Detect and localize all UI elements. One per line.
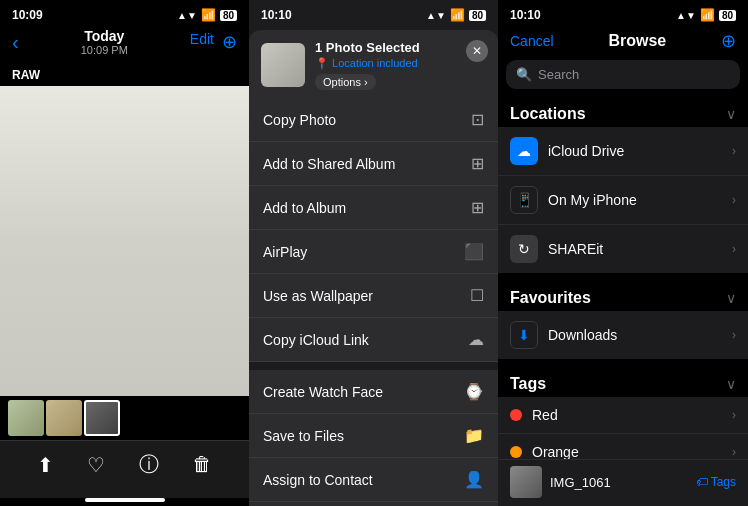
raw-label: RAW bbox=[0, 64, 249, 86]
airplay-icon: ⬛ bbox=[464, 242, 484, 261]
shareit-item-chevron: › bbox=[732, 242, 736, 256]
time-1: 10:09 bbox=[12, 8, 43, 22]
status-icons-1: ▲▼ 📶 80 bbox=[177, 8, 237, 22]
photos-panel: 10:09 ▲▼ 📶 80 ‹ Today 10:09 PM Edit ⊕ RA… bbox=[0, 0, 249, 506]
copy-photo-label: Copy Photo bbox=[263, 112, 336, 128]
status-icons-2: ▲▼ 📶 80 bbox=[426, 8, 486, 22]
battery-icon-3: 80 bbox=[719, 10, 736, 21]
share-item-copy-photo[interactable]: Copy Photo ⊡ bbox=[249, 98, 498, 142]
options-button[interactable]: Options › bbox=[315, 74, 376, 90]
heart-icon[interactable]: ♡ bbox=[87, 453, 105, 477]
statusbar-1: 10:09 ▲▼ 📶 80 bbox=[0, 0, 249, 26]
assign-contact-label: Assign to Contact bbox=[263, 472, 373, 488]
share-item-add-album[interactable]: Add to Album ⊞ bbox=[249, 186, 498, 230]
add-album-label: Add to Album bbox=[263, 200, 346, 216]
wallpaper-icon: ☐ bbox=[470, 286, 484, 305]
assign-contact-icon: 👤 bbox=[464, 470, 484, 489]
tag-orange-item[interactable]: Orange › bbox=[498, 434, 748, 459]
footer-thumbnail bbox=[510, 466, 542, 498]
separator bbox=[249, 362, 498, 370]
tag-red-chevron: › bbox=[732, 408, 736, 422]
signal-icon-1: ▲▼ bbox=[177, 10, 197, 21]
favourites-chevron[interactable]: ∨ bbox=[726, 290, 736, 306]
shared-album-label: Add to Shared Album bbox=[263, 156, 395, 172]
share-item-wallpaper[interactable]: Use as Wallpaper ☐ bbox=[249, 274, 498, 318]
share-header: 1 Photo Selected 📍 Location included Opt… bbox=[249, 30, 498, 98]
save-files-label: Save to Files bbox=[263, 428, 344, 444]
footer-tags-button[interactable]: 🏷 Tags bbox=[696, 475, 736, 489]
thumbnail-1[interactable] bbox=[8, 400, 44, 436]
edit-button[interactable]: Edit bbox=[190, 31, 214, 53]
share-title: 1 Photo Selected bbox=[315, 40, 486, 55]
search-bar[interactable]: 🔍 Search bbox=[506, 60, 740, 89]
status-icons-3: ▲▼ 📶 80 bbox=[676, 8, 736, 22]
icloud-drive-label: iCloud Drive bbox=[548, 143, 732, 159]
share-icon[interactable]: ⬆ bbox=[37, 453, 54, 477]
downloads-label: Downloads bbox=[548, 327, 732, 343]
tags-title: Tags bbox=[510, 375, 546, 393]
header-actions: Edit ⊕ bbox=[190, 31, 237, 53]
wifi-icon-3: 📶 bbox=[700, 8, 715, 22]
trash-icon[interactable]: 🗑 bbox=[192, 453, 212, 476]
share-item-watch-face[interactable]: Create Watch Face ⌚ bbox=[249, 370, 498, 414]
icloud-link-icon: ☁ bbox=[468, 330, 484, 349]
share-item-assign-contact[interactable]: Assign to Contact 👤 bbox=[249, 458, 498, 502]
share-item-icloud-link[interactable]: Copy iCloud Link ☁ bbox=[249, 318, 498, 362]
files-footer: IMG_1061 🏷 Tags bbox=[498, 459, 748, 506]
downloads-icon: ⬇ bbox=[510, 321, 538, 349]
share-item-airplay[interactable]: AirPlay ⬛ bbox=[249, 230, 498, 274]
tag-orange-dot bbox=[510, 446, 522, 458]
time-2: 10:10 bbox=[261, 8, 292, 22]
locations-header: Locations ∨ bbox=[498, 97, 748, 127]
locations-title: Locations bbox=[510, 105, 586, 123]
files-header: Cancel Browse ⊕ bbox=[498, 26, 748, 60]
share-item-print[interactable]: Print 🖨 bbox=[249, 502, 498, 506]
files-content: Locations ∨ ☁ iCloud Drive › 📱 On My iPh… bbox=[498, 97, 748, 459]
share-thumbnail bbox=[261, 43, 305, 87]
divider-2 bbox=[498, 359, 748, 367]
favourites-list: ⬇ Downloads › bbox=[498, 311, 748, 359]
share-sheet-panel: 10:10 ▲▼ 📶 80 1 Photo Selected 📍 Locatio… bbox=[249, 0, 498, 506]
on-my-iphone-icon: 📱 bbox=[510, 186, 538, 214]
search-placeholder: Search bbox=[538, 67, 579, 82]
circle-button[interactable]: ⊕ bbox=[721, 30, 736, 52]
favourites-title: Favourites bbox=[510, 289, 591, 307]
share-menu: Copy Photo ⊡ Add to Shared Album ⊞ Add t… bbox=[249, 98, 498, 506]
shareit-item[interactable]: ↻ SHAREit › bbox=[498, 225, 748, 273]
shared-album-icon: ⊞ bbox=[471, 154, 484, 173]
back-button[interactable]: ‹ bbox=[12, 31, 19, 54]
add-album-icon: ⊞ bbox=[471, 198, 484, 217]
time-3: 10:10 bbox=[510, 8, 541, 22]
tag-red-item[interactable]: Red › bbox=[498, 397, 748, 434]
share-item-shared-album[interactable]: Add to Shared Album ⊞ bbox=[249, 142, 498, 186]
locations-chevron[interactable]: ∨ bbox=[726, 106, 736, 122]
close-button[interactable]: ✕ bbox=[466, 40, 488, 62]
thumbnail-2[interactable] bbox=[46, 400, 82, 436]
photo-toolbar: ⬆ ♡ ⓘ 🗑 bbox=[0, 440, 249, 498]
tags-chevron[interactable]: ∨ bbox=[726, 376, 736, 392]
downloads-item[interactable]: ⬇ Downloads › bbox=[498, 311, 748, 359]
share-item-save-files[interactable]: Save to Files 📁 bbox=[249, 414, 498, 458]
tag-orange-chevron: › bbox=[732, 445, 736, 459]
photo-viewer[interactable] bbox=[0, 86, 249, 396]
icloud-drive-icon: ☁ bbox=[510, 137, 538, 165]
footer-filename: IMG_1061 bbox=[550, 475, 688, 490]
plus-button[interactable]: ⊕ bbox=[222, 31, 237, 53]
info-icon[interactable]: ⓘ bbox=[139, 451, 159, 478]
divider-1 bbox=[498, 273, 748, 281]
statusbar-3: 10:10 ▲▼ 📶 80 bbox=[498, 0, 748, 26]
signal-icon-3: ▲▼ bbox=[676, 10, 696, 21]
battery-icon-1: 80 bbox=[220, 10, 237, 21]
on-my-iphone-item[interactable]: 📱 On My iPhone › bbox=[498, 176, 748, 225]
save-files-icon: 📁 bbox=[464, 426, 484, 445]
statusbar-2: 10:10 ▲▼ 📶 80 bbox=[249, 0, 498, 26]
on-my-iphone-chevron: › bbox=[732, 193, 736, 207]
header-center: Today 10:09 PM bbox=[81, 28, 128, 56]
on-my-iphone-label: On My iPhone bbox=[548, 192, 732, 208]
airplay-label: AirPlay bbox=[263, 244, 307, 260]
downloads-chevron: › bbox=[732, 328, 736, 342]
thumbnail-3[interactable] bbox=[84, 400, 120, 436]
tags-header: Tags ∨ bbox=[498, 367, 748, 397]
icloud-drive-item[interactable]: ☁ iCloud Drive › bbox=[498, 127, 748, 176]
cancel-button[interactable]: Cancel bbox=[510, 33, 554, 49]
